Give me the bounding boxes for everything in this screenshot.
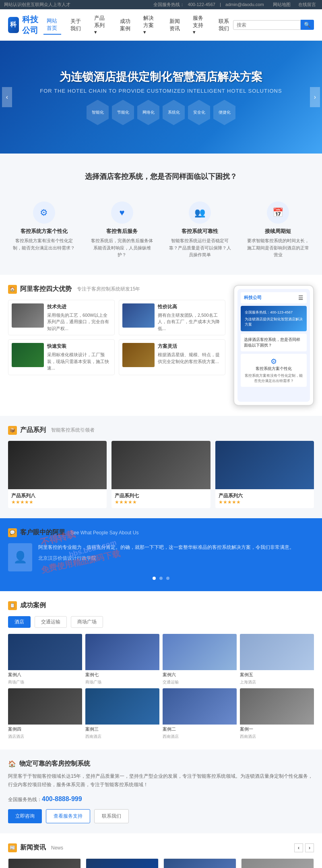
hex-6: 便捷化 [213, 100, 235, 125]
main-nav: 网站首页 关于我们 产品系列 ▾ 成功案例 解决方案 ▾ 新闻资讯 服务支持 ▾… [43, 12, 233, 37]
case-2-sublabel: 西南酒店 [163, 734, 237, 739]
testimonial-body: 阿里客控的专业能力，值得充分肯定。的确，就那一下下吧，这一套整华标准品的客控系统… [38, 543, 294, 562]
testimonial-avatar: 👤 [8, 543, 32, 571]
nav-solutions[interactable]: 解决方案 ▾ [140, 12, 160, 37]
feature-4-icon: 📅 [267, 201, 289, 224]
logo-text: 科技公司 [22, 14, 44, 36]
news-item-4: 轻松智控智能客控设备 为您大幅节约运营成本 2018-08-11 精彩智控带给我… [241, 858, 314, 868]
search-button[interactable]: 🔍 [301, 20, 314, 30]
cases-tab-hotel[interactable]: 酒店 [8, 616, 31, 628]
news-header: 📰 新闻资讯 News ‹ › [8, 843, 314, 852]
feature-3-desc: 智能客控系统运行是否稳定可靠？产品质量是否可以保障？人员操作简单 [168, 237, 232, 259]
nav-service[interactable]: 服务支持 ▾ [190, 12, 209, 37]
top-link-sitemap[interactable]: 网站地图 [273, 2, 291, 7]
product-3-name: 产品系列六 [219, 492, 311, 499]
adv-item-1: 技术先进 采用领先的工艺，600W以上全系列产品，通用接口，完全自有知识产权..… [8, 300, 115, 336]
cases-tab-mall[interactable]: 商场广场 [71, 616, 103, 628]
product-3-info: 产品系列六 ★★★★★ [215, 489, 314, 508]
cta-btn-support[interactable]: 查看服务支持 [46, 809, 90, 823]
case-1-sublabel: 西南酒店 [240, 734, 314, 739]
case-8-sublabel: 商场广场 [8, 679, 82, 685]
hero-banner: ‹ 为连锁酒店提供定制化智慧酒店解决方案 FOR THE HOTEL CHAIN… [0, 41, 322, 154]
hero-prev-button[interactable]: ‹ [2, 87, 12, 107]
news-arrows: ‹ › [294, 843, 314, 852]
news-next-button[interactable]: › [305, 843, 314, 852]
cases-title: 成功案例 [20, 601, 46, 610]
case-4-img [8, 688, 82, 725]
feature-2-desc: 客控系统后，完善的售后服务体系能否及时响应，人员操纵维护？ [90, 237, 154, 259]
adv-img-4 [122, 343, 155, 367]
dot-1[interactable] [153, 577, 156, 580]
nav-products[interactable]: 产品系列 ▾ [91, 12, 111, 37]
product-1-name: 产品系列八 [11, 492, 103, 499]
top-email[interactable]: admin@daodu.com [225, 2, 264, 7]
dot-2[interactable] [159, 577, 163, 580]
product-2-img [111, 441, 210, 489]
products-badge-icon: 📦 [8, 426, 17, 435]
case-3-label: 案例三 [85, 725, 159, 734]
cta-buttons: 立即咨询 查看服务支持 联系我们 [8, 809, 314, 823]
products-badge: 📦 产品系列 智能客控系统引领者 [8, 426, 314, 435]
testimonial-content: 👤 阿里客控的专业能力，值得充分肯定。的确，就那一下下吧，这一套整华标准品的客控… [8, 543, 314, 571]
mobile-feature-icon: ⚙ [244, 357, 303, 366]
top-link-message[interactable]: 在线留言 [298, 2, 316, 7]
product-2: 产品系列七 ★★★★★ [111, 441, 210, 508]
testimonials-title: 客户眼中的阿里 [20, 528, 65, 537]
cases-tab-transport[interactable]: 交通运输 [35, 616, 67, 628]
case-3-sublabel: 西南酒店 [85, 734, 159, 739]
mobile-preview: 科技公司 ☰ 全国服务热线：400-123-4567 为连锁酒店提供定制化智慧酒… [233, 285, 314, 406]
news-item-3: 客控智能结控合动专业秘钥 让合利益达专年人 2018-08-11 精彩智控 带给… [163, 858, 236, 868]
feature-1-icon: ⚙ [33, 201, 55, 224]
cta-phone-label: 全国服务热线：400-8888-999 [8, 795, 314, 803]
search-box: 🔍 [233, 20, 314, 30]
search-input[interactable] [233, 20, 301, 30]
features-grid: ⚙ 客控系统方案个性化 客控系统方案有没有个性化定制，能否充分满足出出特需求？ … [8, 195, 314, 265]
dot-3[interactable] [166, 577, 169, 580]
advantages-badge-icon: 🏠 [8, 285, 17, 294]
product-1-rating: ★★★★★ [11, 499, 103, 505]
adv-text-3: 快速安装 采用标准化模块设计，工厂预装，现场只需基本安装，施工快速... [47, 343, 111, 372]
adv-img-2 [122, 303, 155, 328]
product-3: 产品系列六 ★★★★★ [215, 441, 314, 508]
hero-next-button[interactable]: › [310, 87, 320, 107]
testimonials-badge: 💬 客户眼中的阿里 See What People Say About Us [8, 528, 314, 537]
feature-2: ♥ 客控售后服务 客控系统后，完善的售后服务体系能否及时响应，人员操纵维护？ [86, 195, 158, 265]
news-img-2: International CES [86, 859, 158, 868]
news-img-4 [242, 859, 314, 868]
mobile-question: 选择酒店客控系统，您是否同样面临以下困扰？ [241, 334, 307, 351]
cases-tabs: 酒店 交通运输 商场广场 [8, 616, 314, 628]
testimonials-subtitle: See What People Say About Us [70, 530, 138, 536]
news-prev-button[interactable]: ‹ [294, 843, 303, 852]
adv-text-2: 性价比高 拥有自主研发团队，2,500名工人，自有工厂，生产成本大为降低... [158, 303, 222, 332]
hero-content: 为连锁酒店提供定制化智慧酒店解决方案 FOR THE HOTEL CHAIN T… [40, 69, 282, 125]
case-8-label: 案例八 [8, 670, 82, 679]
nav-news[interactable]: 新闻资讯 [166, 16, 184, 34]
news-img-1 [8, 859, 80, 868]
top-bar-left: 网站认识创意互联网众人上市人才 [4, 2, 70, 8]
mobile-feature: ⚙ 客控系统方案个性化 客控系统方案有没有个性化定制，能否充分满足出出特需求？ [241, 354, 307, 387]
case-3-img [85, 688, 159, 725]
nav-about[interactable]: 关于我们 [67, 16, 85, 34]
hex-4: 系统化 [163, 100, 185, 125]
feature-4-desc: 要求智能客控系统的时间太长，施工期间是否影响到酒店的正常营业 [246, 237, 310, 259]
cta-btn-consult[interactable]: 立即咨询 [8, 809, 42, 823]
nav-home[interactable]: 网站首页 [43, 15, 61, 35]
products-subtitle: 智能客控系统引领者 [51, 427, 95, 434]
cases-grid: 案例八 商场广场 案例七 商场广场 案例六 交通运输 案例五 上海酒店 案例四 … [8, 634, 314, 739]
nav-contact[interactable]: 联系我们 [215, 16, 233, 34]
testimonials-section: 不得转载 bbs.bcb5.com 免费使用精品源码下载 💬 客户眼中的阿里 S… [0, 518, 322, 591]
hex-3: 网络化 [137, 100, 159, 125]
case-5-label: 案例五 [240, 670, 314, 679]
top-phone[interactable]: 400-122-4567 [188, 2, 215, 7]
top-bar: 网站认识创意互联网众人上市人才 全国服务热线： 400-122-4567 | a… [0, 0, 322, 9]
feature-3: 👥 客控系统可靠性 智能客控系统运行是否稳定可靠？产品质量是否可以保障？人员操作… [164, 195, 236, 265]
nav-cases[interactable]: 成功案例 [117, 16, 134, 34]
feature-1-desc: 客控系统方案有没有个性化定制，能否充分满足出出特需求？ [12, 237, 76, 251]
mobile-feature-text: 客控系统方案个性化 [244, 366, 303, 372]
cta-btn-contact[interactable]: 联系我们 [94, 809, 129, 823]
case-2: 案例二 西南酒店 [163, 688, 237, 739]
hero-title-en: FOR THE HOTEL CHAIN TO PROVIDE CUSTOMIZE… [40, 88, 282, 94]
case-2-img [163, 688, 237, 725]
hex-1: 智能化 [87, 100, 109, 125]
hero-title-cn: 为连锁酒店提供定制化智慧酒店解决方案 [40, 69, 282, 85]
